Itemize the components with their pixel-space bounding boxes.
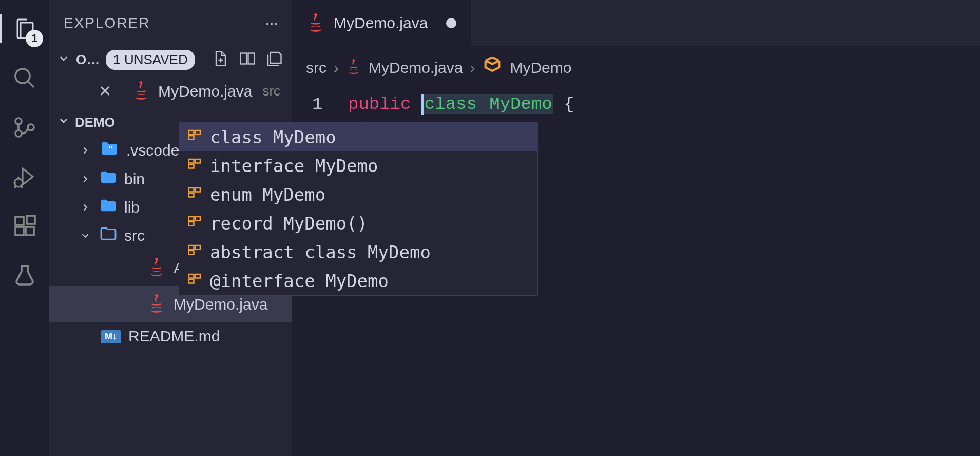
activity-extensions[interactable] <box>8 210 41 242</box>
breadcrumb-symbol[interactable]: MyDemo <box>510 59 571 77</box>
svg-rect-25 <box>189 251 194 255</box>
suggest-label: abstract class MyDemo <box>210 242 431 262</box>
snippet-icon <box>187 271 203 291</box>
snippet-icon <box>187 127 203 147</box>
suggest-item[interactable]: class MyDemo <box>179 123 537 151</box>
dirty-indicator-icon <box>446 18 456 28</box>
java-file-icon <box>346 56 361 79</box>
tree-label: src <box>124 227 145 244</box>
svg-rect-6 <box>15 227 24 235</box>
activity-bar: 1 <box>0 0 49 456</box>
java-file-icon <box>147 291 166 317</box>
svg-point-1 <box>15 118 22 124</box>
chevron-right-icon: › <box>470 59 475 77</box>
snippet-icon <box>187 156 203 176</box>
suggest-item[interactable]: interface MyDemo <box>179 151 537 180</box>
suggest-label: interface MyDemo <box>210 156 378 176</box>
editor-area: MyDemo.java src › MyDemo.java › MyDemo 1… <box>292 0 980 456</box>
tree-label: bin <box>124 170 145 188</box>
breadcrumb-file[interactable]: MyDemo.java <box>369 59 463 77</box>
svg-rect-9 <box>241 53 247 64</box>
svg-rect-21 <box>195 217 200 221</box>
svg-rect-15 <box>195 159 200 163</box>
toggle-layout-icon[interactable] <box>238 49 257 70</box>
markdown-file-icon: M↓ <box>101 330 121 343</box>
svg-rect-24 <box>195 245 200 250</box>
sidebar-header: EXPLORER ··· <box>49 0 292 46</box>
svg-rect-18 <box>195 188 200 192</box>
svg-rect-7 <box>26 227 34 235</box>
svg-rect-16 <box>189 164 194 168</box>
snippet-icon <box>187 184 203 205</box>
snippet-icon <box>187 242 203 262</box>
sidebar-more-icon[interactable]: ··· <box>265 12 277 34</box>
open-editor-item[interactable]: ✕ MyDemo.java src <box>49 73 292 109</box>
suggest-label: enum MyDemo <box>210 184 325 205</box>
chevron-right-icon <box>78 174 92 185</box>
project-title: DEMO <box>75 115 115 130</box>
folder-icon <box>100 170 117 188</box>
svg-rect-22 <box>189 222 194 226</box>
svg-rect-14 <box>189 159 194 163</box>
svg-rect-17 <box>189 188 194 192</box>
tab-title: MyDemo.java <box>334 14 428 32</box>
suggest-label: class MyDemo <box>210 127 336 147</box>
svg-rect-23 <box>189 245 194 250</box>
svg-rect-27 <box>195 274 200 278</box>
line-number: 1 <box>312 94 348 114</box>
tree-label: README.md <box>128 328 220 345</box>
snippet-icon <box>187 213 203 234</box>
activity-testing[interactable] <box>8 259 41 292</box>
vscode-folder-icon <box>100 141 119 160</box>
suggest-item[interactable]: record MyDemo() <box>179 209 537 238</box>
svg-rect-11 <box>189 130 194 135</box>
activity-source-control[interactable] <box>8 111 41 144</box>
chevron-right-icon <box>78 145 92 156</box>
activity-search[interactable] <box>8 62 41 94</box>
code-line[interactable]: 1 public class MyDemo { <box>312 89 980 120</box>
chevron-right-icon <box>78 202 92 213</box>
svg-point-2 <box>15 130 22 137</box>
suggest-label: record MyDemo() <box>210 213 368 234</box>
editor-tab[interactable]: MyDemo.java <box>292 0 471 46</box>
suggest-widget: class MyDemo interface MyDemo enum MyDem… <box>179 122 538 296</box>
save-all-icon[interactable] <box>265 49 283 70</box>
folder-open-icon <box>100 226 117 244</box>
svg-rect-10 <box>248 53 255 64</box>
tree-label: lib <box>124 199 140 216</box>
suggest-item[interactable]: abstract class MyDemo <box>179 238 537 267</box>
activity-run-debug[interactable] <box>8 160 41 193</box>
close-icon[interactable]: ✕ <box>99 82 111 100</box>
svg-rect-20 <box>189 217 194 221</box>
chevron-down-icon <box>57 52 70 67</box>
svg-point-0 <box>15 69 30 83</box>
tab-bar: MyDemo.java <box>292 0 980 46</box>
suggest-item[interactable]: @interface MyDemo <box>179 267 537 295</box>
folder-icon <box>100 198 117 216</box>
new-file-icon[interactable] <box>212 49 230 70</box>
activity-explorer[interactable]: 1 <box>8 12 41 45</box>
breadcrumb[interactable]: src › MyDemo.java › MyDemo <box>292 46 980 89</box>
suggest-item[interactable]: enum MyDemo <box>179 180 537 209</box>
chevron-down-icon <box>78 230 92 241</box>
open-editor-hint: src <box>262 83 280 99</box>
suggest-label: @interface MyDemo <box>210 271 389 291</box>
open-editors-section[interactable]: O… 1 UNSAVED <box>49 46 292 73</box>
java-file-icon <box>306 10 325 36</box>
breadcrumb-folder[interactable]: src <box>306 59 326 77</box>
svg-rect-13 <box>189 136 194 140</box>
chevron-right-icon: › <box>334 59 339 77</box>
tree-label: .vscode <box>126 142 179 159</box>
svg-rect-28 <box>189 279 194 283</box>
svg-rect-5 <box>15 217 24 225</box>
sidebar-title: EXPLORER <box>64 15 150 31</box>
tree-file-readme[interactable]: M↓ README.md <box>49 322 292 350</box>
java-file-icon <box>147 255 166 281</box>
svg-rect-26 <box>189 274 194 278</box>
open-editors-label: O… <box>76 52 100 68</box>
java-file-icon <box>131 78 151 104</box>
class-symbol-icon <box>482 57 503 78</box>
svg-rect-19 <box>189 193 194 197</box>
tree-label: MyDemo.java <box>174 296 267 313</box>
explorer-badge: 1 <box>26 30 43 47</box>
